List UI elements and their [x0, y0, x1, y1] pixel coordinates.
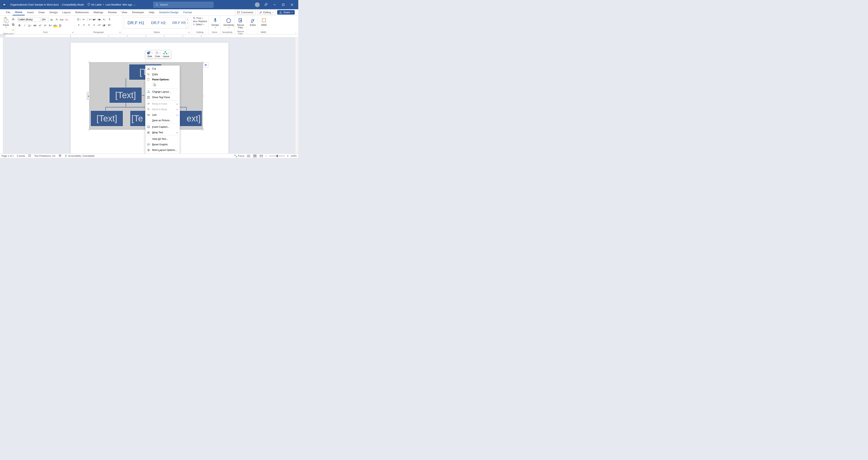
tab-smartart-design[interactable]: SmartArt Design	[157, 10, 181, 15]
tab-view[interactable]: View	[119, 10, 130, 15]
style-item-1[interactable]: DR.F H1	[127, 20, 145, 26]
numbering-button[interactable]: ≡▾	[82, 17, 86, 22]
change-case-button[interactable]: Aa▾	[60, 18, 64, 22]
copy-button[interactable]	[11, 22, 16, 27]
sort-button[interactable]: A↓	[102, 17, 106, 22]
org-box-child-1[interactable]: [Text]	[91, 111, 123, 126]
page[interactable]: ◀ [Te [Text] [Text] [Te ext]	[71, 42, 228, 153]
brush-icon[interactable]	[265, 3, 268, 7]
horizontal-ruler[interactable]: 123 456	[5, 34, 298, 37]
print-layout-button[interactable]	[253, 154, 257, 158]
resize-handle-t[interactable]	[145, 62, 147, 63]
org-box-child-3[interactable]: ext]	[179, 111, 202, 126]
tab-layout[interactable]: Layout	[60, 10, 73, 15]
minimize-button[interactable]	[270, 0, 279, 9]
paste-option-picture[interactable]: A	[152, 82, 157, 87]
subscript-button[interactable]: x2	[38, 23, 42, 27]
show-marks-button[interactable]: ¶	[107, 17, 112, 22]
mini-color-button[interactable]: ▾ Color	[155, 51, 160, 57]
font-launcher[interactable]: ⇲	[72, 31, 73, 33]
org-box-assistant[interactable]: [Text]	[109, 87, 142, 103]
resize-handle-tl[interactable]	[89, 62, 90, 63]
search-box[interactable]: Search	[153, 2, 213, 8]
tab-file[interactable]: File	[4, 10, 12, 15]
superscript-button[interactable]: x2	[43, 23, 48, 27]
styles-gallery[interactable]: DR.F H1 DR.F H2 DR.F H3 ▴▾⋯	[124, 17, 189, 29]
tab-insert[interactable]: Insert	[25, 10, 36, 15]
tab-draw[interactable]: Draw	[36, 10, 47, 15]
font-name-input[interactable]	[18, 17, 40, 22]
font-size-input[interactable]	[41, 17, 49, 22]
maximize-button[interactable]	[279, 0, 288, 9]
web-layout-button[interactable]	[259, 154, 264, 158]
decrease-indent-button[interactable]: ◀≡	[92, 17, 96, 22]
mini-style-button[interactable]: ▾ Style	[147, 51, 153, 57]
vertical-scrollbar[interactable]	[295, 37, 298, 153]
mini-layout-button[interactable]: ▾ Layout	[163, 51, 169, 57]
user-avatar[interactable]	[255, 2, 259, 7]
text-predictions-status[interactable]: Text Predictions: On	[34, 154, 55, 157]
sensitivity-button[interactable]: Sensitivity▾	[222, 17, 235, 29]
zoom-in-button[interactable]: +	[287, 154, 289, 158]
font-color-button[interactable]: A▾	[58, 23, 63, 27]
ctx-bring-to-front[interactable]: Bring to Front ▸	[145, 101, 180, 107]
tab-design[interactable]: Design	[47, 10, 60, 15]
line-spacing-button[interactable]: ↕≡▾	[97, 23, 101, 27]
resize-handle-br[interactable]	[202, 128, 204, 130]
ctx-save-as-picture[interactable]: Save as Picture...	[145, 118, 180, 123]
editing-mode-button[interactable]: Editing ▾	[257, 10, 276, 15]
increase-indent-button[interactable]: ≡▶	[97, 17, 101, 22]
tab-mailings[interactable]: Mailings	[91, 10, 106, 15]
dictate-button[interactable]: Dictate▾	[210, 17, 220, 29]
page-indicator[interactable]: Page 1 of 1	[2, 154, 13, 157]
ctx-copy[interactable]: Copy	[145, 71, 180, 77]
layout-options-button[interactable]	[204, 63, 209, 68]
resize-handle-r[interactable]	[202, 95, 204, 97]
tab-references[interactable]: References	[73, 10, 91, 15]
clear-formatting-button[interactable]: A◇	[65, 18, 69, 22]
ctx-more-layout-options[interactable]: More Layout Options...	[145, 147, 180, 153]
vertical-ruler[interactable]	[0, 37, 3, 153]
align-right-button[interactable]: ≡	[87, 23, 91, 27]
shading-button[interactable]: ◪▾	[102, 23, 106, 27]
text-effects-button[interactable]: A▾	[48, 23, 53, 27]
multilevel-button[interactable]: ⋮≡▾	[87, 17, 91, 22]
zoom-level[interactable]: 100%	[290, 154, 297, 157]
comments-button[interactable]: Comments	[235, 10, 256, 15]
resize-handle-bl[interactable]	[89, 128, 90, 130]
ctx-show-text-pane[interactable]: Show Text Pane	[145, 94, 180, 100]
reuse-files-button[interactable]: Reuse Files	[236, 17, 245, 30]
read-mode-button[interactable]	[246, 154, 251, 158]
grow-font-button[interactable]: A▴	[50, 18, 54, 22]
justify-button[interactable]: ≡	[92, 23, 96, 27]
macro-icon[interactable]	[59, 154, 61, 157]
focus-mode-button[interactable]: Focus	[235, 154, 244, 157]
ctx-wrap-text[interactable]: Wrap Text ▸	[145, 130, 180, 135]
spell-check-icon[interactable]	[28, 154, 31, 157]
strikethrough-button[interactable]: ab	[33, 23, 37, 27]
tab-home[interactable]: Home	[12, 9, 25, 16]
sensitivity-label[interactable]: No Label	[91, 3, 102, 6]
cut-button[interactable]	[11, 17, 16, 21]
editor-button[interactable]: Editor	[249, 17, 257, 27]
ctx-change-layout[interactable]: Change Layout...	[145, 89, 180, 94]
tab-format[interactable]: Format	[181, 10, 194, 15]
last-modified-label[interactable]: Last Modified: 49m ago	[105, 3, 132, 6]
styles-more-button[interactable]: ▴▾⋯	[186, 18, 189, 28]
ctx-insert-caption[interactable]: Insert Caption...	[145, 124, 180, 130]
paste-button[interactable]: Paste ▾	[2, 17, 10, 29]
tab-review[interactable]: Review	[106, 10, 119, 15]
style-item-2[interactable]: DR.F H2	[151, 21, 166, 25]
zoom-out-button[interactable]: −	[265, 154, 267, 158]
align-left-button[interactable]: ≡	[76, 23, 81, 27]
find-button[interactable]: Find▾	[193, 17, 203, 20]
style-item-3[interactable]: DR.F H3	[173, 21, 185, 25]
styles-launcher[interactable]: ⇲	[188, 31, 190, 33]
shrink-font-button[interactable]: A▾	[55, 18, 59, 22]
word-count[interactable]: 0 words	[17, 154, 25, 157]
underline-button[interactable]: U▾	[28, 23, 32, 27]
italic-button[interactable]: I	[23, 23, 27, 27]
ctx-cut[interactable]: Cut	[145, 66, 180, 71]
chevron-down-icon[interactable]: ⌄	[133, 3, 135, 6]
ctx-send-to-back[interactable]: Send to Back ▸	[145, 107, 180, 112]
